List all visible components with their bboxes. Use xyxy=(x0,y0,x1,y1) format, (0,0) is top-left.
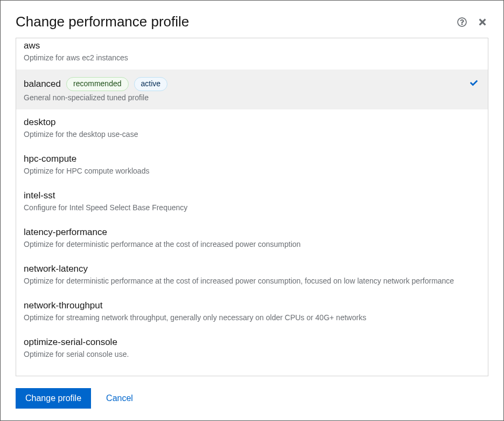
profile-desc: Optimize for deterministic performance a… xyxy=(24,240,466,249)
dialog-footer: Change profile Cancel xyxy=(1,376,503,420)
profile-desc: Optimize for deterministic performance a… xyxy=(24,277,466,285)
recommended-badge: recommended xyxy=(66,77,129,91)
profile-name: intel-sst xyxy=(24,190,55,201)
profile-item-intel-sst[interactable]: intel-sst Configure for Intel Speed Sele… xyxy=(16,183,488,219)
close-icon[interactable] xyxy=(477,16,488,28)
profile-name: balanced xyxy=(24,79,61,89)
help-icon[interactable] xyxy=(456,16,468,28)
profile-desc: Optimize for HPC compute workloads xyxy=(24,167,466,175)
profile-name: network-throughput xyxy=(24,300,102,311)
profile-name: desktop xyxy=(24,117,56,128)
cancel-button[interactable]: Cancel xyxy=(106,394,133,403)
change-profile-button[interactable]: Change profile xyxy=(16,388,91,409)
check-icon xyxy=(470,79,478,89)
profile-item-network-latency[interactable]: network-latency Optimize for determinist… xyxy=(16,256,488,293)
profile-item-network-throughput[interactable]: network-throughput Optimize for streamin… xyxy=(16,293,488,329)
profile-item-optimize-serial-console[interactable]: optimize-serial-console Optimize for ser… xyxy=(16,329,488,366)
profile-desc: Optimize for serial console use. xyxy=(24,350,466,358)
profile-desc: Optimize for the desktop use-case xyxy=(24,130,466,139)
dialog-header: Change performance profile xyxy=(1,1,503,38)
profile-desc: General non-specialized tuned profile xyxy=(24,93,466,102)
profile-name: network-latency xyxy=(24,264,88,274)
profile-item-powersave[interactable]: powersave xyxy=(16,366,488,376)
profile-name: optimize-serial-console xyxy=(24,337,117,348)
profile-desc: Optimize for streaming network throughpu… xyxy=(24,313,466,322)
profile-item-aws[interactable]: aws Optimize for aws ec2 instances xyxy=(16,38,488,70)
profile-desc: Optimize for aws ec2 instances xyxy=(24,53,466,62)
profile-list[interactable]: aws Optimize for aws ec2 instances balan… xyxy=(16,38,488,376)
profile-name: latency-performance xyxy=(24,227,107,238)
profile-item-balanced[interactable]: balanced recommended active General non-… xyxy=(16,70,488,109)
profile-desc: Configure for Intel Speed Select Base Fr… xyxy=(24,203,466,212)
profile-name: hpc-compute xyxy=(24,154,76,164)
profile-name: aws xyxy=(24,40,40,51)
profile-item-desktop[interactable]: desktop Optimize for the desktop use-cas… xyxy=(16,109,488,146)
active-badge: active xyxy=(134,77,168,91)
dialog-title: Change performance profile xyxy=(16,13,447,30)
profile-item-latency-performance[interactable]: latency-performance Optimize for determi… xyxy=(16,219,488,256)
profile-item-hpc-compute[interactable]: hpc-compute Optimize for HPC compute wor… xyxy=(16,146,488,183)
